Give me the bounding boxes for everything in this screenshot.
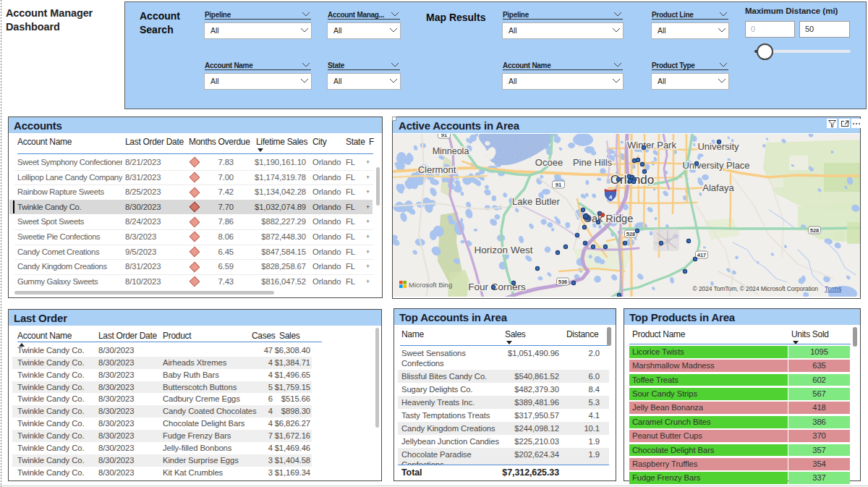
- svg-text:Clermont: Clermont: [418, 164, 456, 175]
- svg-text:91: 91: [441, 134, 447, 138]
- svg-text:528: 528: [626, 231, 636, 237]
- svg-text:Four Corners: Four Corners: [468, 281, 526, 292]
- svg-text:Oak Ridge: Oak Ridge: [584, 213, 634, 224]
- svg-text:Terms: Terms: [825, 285, 841, 292]
- svg-text:4: 4: [609, 194, 613, 200]
- svg-text:Horizon West: Horizon West: [475, 245, 533, 255]
- svg-text:University Place: University Place: [682, 160, 749, 171]
- svg-text:Winter Park: Winter Park: [627, 140, 676, 151]
- svg-text:Minneola: Minneola: [433, 146, 469, 156]
- svg-text:© 2024 TomTom, © 2024 Microsof: © 2024 TomTom, © 2024 Microsoft Corporat…: [693, 285, 819, 292]
- svg-text:91: 91: [556, 182, 561, 188]
- svg-text:Ocoee: Ocoee: [535, 157, 563, 168]
- svg-text:417: 417: [697, 252, 707, 258]
- svg-text:Microsoft Bing: Microsoft Bing: [409, 281, 452, 289]
- svg-text:Pine Hills: Pine Hills: [573, 157, 613, 168]
- svg-text:528: 528: [810, 227, 820, 234]
- svg-text:Lake Butler: Lake Butler: [512, 196, 560, 207]
- svg-text:Alafaya: Alafaya: [702, 182, 734, 193]
- svg-text:536: 536: [558, 279, 568, 285]
